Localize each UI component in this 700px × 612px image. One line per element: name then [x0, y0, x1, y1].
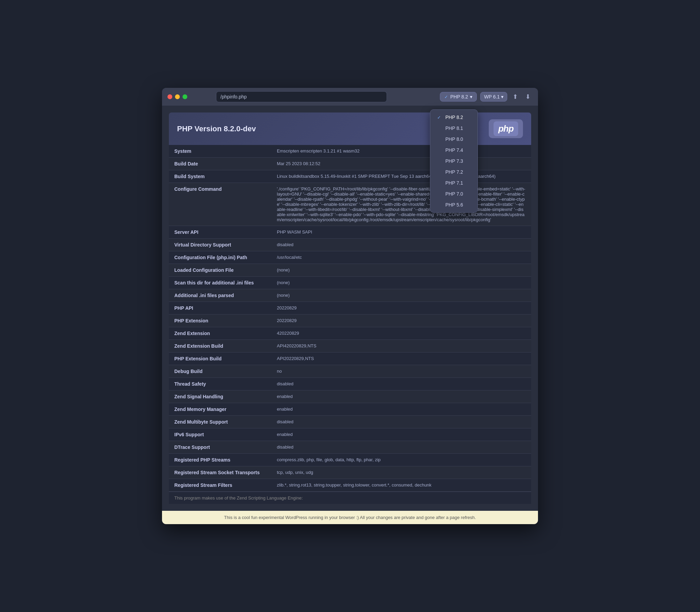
- table-row: Server APIPHP WASM SAPI: [169, 226, 531, 239]
- table-cell-key: DTrace Support: [169, 441, 271, 454]
- table-row: Zend Multibyte Supportdisabled: [169, 416, 531, 428]
- table-row: Registered PHP Streamscompress.zlib, php…: [169, 454, 531, 466]
- dropdown-option-label: PHP 5.6: [445, 202, 463, 208]
- share-button[interactable]: ⬆: [511, 92, 520, 102]
- dropdown-option-label: PHP 8.0: [445, 136, 463, 142]
- table-cell-value: disabled: [271, 239, 531, 251]
- table-cell-key: PHP Extension Build: [169, 352, 271, 365]
- table-cell-value: API420220829,NTS: [271, 340, 531, 352]
- dropdown-option-label: PHP 7.0: [445, 191, 463, 197]
- dropdown-item-php74[interactable]: PHP 7.4: [430, 145, 477, 156]
- dropdown-item-php70[interactable]: PHP 7.0: [430, 188, 477, 199]
- table-cell-value: API20220829,NTS: [271, 352, 531, 365]
- php-version-dropdown-menu: ✓ PHP 8.2 PHP 8.1 PHP 8.0 PHP 7.4: [430, 109, 478, 213]
- table-cell-key: Server API: [169, 226, 271, 239]
- table-cell-value: /usr/local/etc: [271, 251, 531, 264]
- table-cell-key: PHP Extension: [169, 315, 271, 327]
- download-button[interactable]: ⬇: [523, 92, 533, 102]
- footer-bar: This is a cool fun experimental WordPres…: [162, 511, 538, 524]
- table-cell-key: Virtual Directory Support: [169, 239, 271, 251]
- chevron-down-icon: ▾: [470, 94, 472, 99]
- table-cell-key: Registered PHP Streams: [169, 454, 271, 466]
- table-row: Virtual Directory Supportdisabled: [169, 239, 531, 251]
- table-cell-value: Emscripten emscripten 3.1.21 #1 wasm32: [271, 145, 531, 158]
- table-cell-key: Zend Signal Handling: [169, 390, 271, 403]
- php-logo-text: php: [494, 121, 519, 136]
- table-row: PHP Extension20220829: [169, 315, 531, 327]
- minimize-button[interactable]: [175, 94, 180, 99]
- table-cell-key: Additional .ini files parsed: [169, 289, 271, 302]
- php-version-selector[interactable]: ✓ PHP 8.2 ▾: [440, 92, 477, 102]
- table-cell-value: disabled: [271, 416, 531, 428]
- table-cell-key: Registered Stream Socket Transports: [169, 466, 271, 479]
- dropdown-item-php80[interactable]: PHP 8.0: [430, 134, 477, 145]
- dropdown-item-php73[interactable]: PHP 7.3: [430, 156, 477, 167]
- zend-footer-text: This program makes use of the Zend Scrip…: [174, 495, 303, 501]
- titlebar: /phpinfo.php ✓ PHP 8.2 ▾ ✓ PHP 8.2 PHP 8…: [162, 88, 538, 106]
- dropdown-item-php56[interactable]: PHP 5.6: [430, 199, 477, 210]
- table-cell-key: Thread Safety: [169, 378, 271, 390]
- table-cell-value: (none): [271, 277, 531, 289]
- wp-version-label: WP 6.1: [484, 94, 500, 99]
- table-cell-value: 20220829: [271, 315, 531, 327]
- table-cell-value: 420220829: [271, 327, 531, 340]
- table-row: Registered Stream Socket Transportstcp, …: [169, 466, 531, 479]
- check-icon: ✓: [444, 94, 448, 99]
- dropdown-item-php82[interactable]: ✓ PHP 8.2: [430, 112, 477, 123]
- php-version-label: PHP 8.2: [450, 94, 468, 99]
- table-row: Configuration File (php.ini) Path/usr/lo…: [169, 251, 531, 264]
- close-button[interactable]: [167, 94, 172, 99]
- table-cell-key: Zend Multibyte Support: [169, 416, 271, 428]
- dropdown-item-php71[interactable]: PHP 7.1: [430, 177, 477, 188]
- table-cell-value: enabled: [271, 403, 531, 416]
- dropdown-option-label: PHP 7.4: [445, 147, 463, 153]
- toolbar-right: ✓ PHP 8.2 ▾ ✓ PHP 8.2 PHP 8.1 PHP 8.0: [440, 92, 533, 102]
- php-logo: php: [489, 119, 523, 138]
- table-cell-value: enabled: [271, 390, 531, 403]
- table-cell-value: disabled: [271, 441, 531, 454]
- table-row: Registered Stream Filterszlib.*, string.…: [169, 479, 531, 492]
- maximize-button[interactable]: [183, 94, 187, 99]
- footer-text: This is a cool fun experimental WordPres…: [224, 515, 476, 520]
- table-row: Additional .ini files parsed(none): [169, 289, 531, 302]
- table-cell-value: tcp, udp, unix, udg: [271, 466, 531, 479]
- address-text: /phpinfo.php: [220, 94, 247, 99]
- table-cell-key: Build Date: [169, 158, 271, 170]
- traffic-lights: [167, 94, 187, 99]
- table-cell-value: Linux buildkitsandbox 5.15.49-linuxkit #…: [271, 170, 531, 183]
- wp-version-selector[interactable]: WP 6.1 ▾: [480, 92, 507, 102]
- table-cell-key: Build System: [169, 170, 271, 183]
- table-cell-key: Configuration File (php.ini) Path: [169, 251, 271, 264]
- content-area: PHP Version 8.2.0-dev php SystemEmscript…: [162, 106, 538, 511]
- table-cell-value: enabled: [271, 428, 531, 441]
- table-cell-key: PHP API: [169, 302, 271, 315]
- table-row: IPv6 Supportenabled: [169, 428, 531, 441]
- table-cell-value: compress.zlib, php, file, glob, data, ht…: [271, 454, 531, 466]
- table-cell-key: Configure Command: [169, 183, 271, 226]
- table-cell-value: 20220829: [271, 302, 531, 315]
- table-row: PHP Extension BuildAPI20220829,NTS: [169, 352, 531, 365]
- table-cell-key: Zend Extension: [169, 327, 271, 340]
- table-cell-key: Scan this dir for additional .ini files: [169, 277, 271, 289]
- dropdown-item-php81[interactable]: PHP 8.1: [430, 123, 477, 134]
- address-bar[interactable]: /phpinfo.php: [216, 91, 387, 102]
- table-cell-value: PHP WASM SAPI: [271, 226, 531, 239]
- table-row: Zend Memory Managerenabled: [169, 403, 531, 416]
- table-cell-value: disabled: [271, 378, 531, 390]
- dropdown-option-label: PHP 7.1: [445, 180, 463, 186]
- table-cell-value: './configure' 'PKG_CONFIG_PATH=/root/lib…: [271, 183, 531, 226]
- table-cell-value: no: [271, 365, 531, 378]
- zend-footer: This program makes use of the Zend Scrip…: [169, 492, 531, 504]
- table-row: Zend Extension BuildAPI420220829,NTS: [169, 340, 531, 352]
- browser-window: /phpinfo.php ✓ PHP 8.2 ▾ ✓ PHP 8.2 PHP 8…: [162, 88, 538, 524]
- table-row: DTrace Supportdisabled: [169, 441, 531, 454]
- selected-check-icon: ✓: [437, 115, 443, 120]
- table-cell-key: IPv6 Support: [169, 428, 271, 441]
- table-cell-key: Zend Extension Build: [169, 340, 271, 352]
- dropdown-option-label: PHP 7.3: [445, 158, 463, 164]
- dropdown-item-php72[interactable]: PHP 7.2: [430, 167, 477, 177]
- table-cell-key: Loaded Configuration File: [169, 264, 271, 277]
- table-row: Thread Safetydisabled: [169, 378, 531, 390]
- table-row: Zend Extension420220829: [169, 327, 531, 340]
- table-cell-key: Registered Stream Filters: [169, 479, 271, 492]
